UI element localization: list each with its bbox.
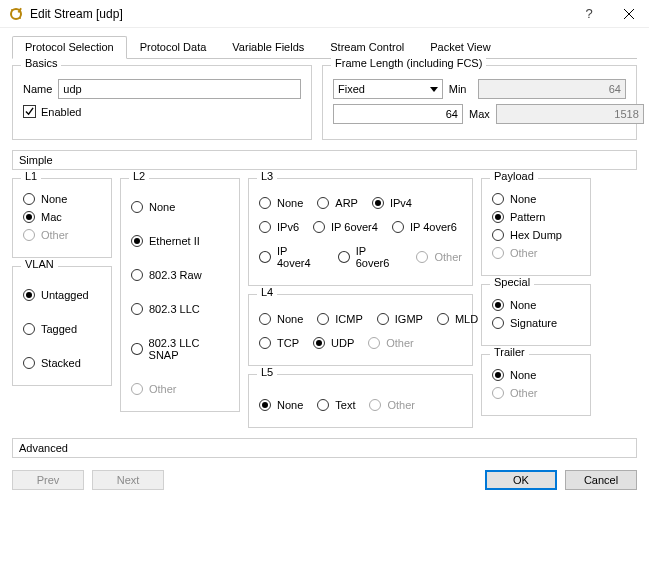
l3-ipv4[interactable]: IPv4: [372, 197, 412, 209]
close-button[interactable]: [609, 0, 649, 28]
chevron-down-icon: [430, 87, 438, 92]
ok-button[interactable]: OK: [485, 470, 557, 490]
l3-arp[interactable]: ARP: [317, 197, 358, 209]
section-advanced[interactable]: Advanced: [12, 438, 637, 458]
tab-protocol-data[interactable]: Protocol Data: [127, 36, 220, 59]
frame-length-mode-combo[interactable]: Fixed: [333, 79, 443, 99]
section-simple[interactable]: Simple: [12, 150, 637, 170]
l3-none[interactable]: None: [259, 197, 303, 209]
cancel-button[interactable]: Cancel: [565, 470, 637, 490]
l4-mld[interactable]: MLD: [437, 313, 478, 325]
l3-ip4over6[interactable]: IP 4over6: [392, 221, 457, 233]
group-l5: L5 None Text Other: [248, 374, 473, 428]
vlan-tagged[interactable]: Tagged: [23, 323, 101, 335]
vlan-stacked[interactable]: Stacked: [23, 357, 101, 369]
l1-none[interactable]: None: [23, 193, 101, 205]
name-input[interactable]: [58, 79, 301, 99]
help-button[interactable]: ?: [569, 0, 609, 28]
payload-none[interactable]: None: [492, 193, 580, 205]
titlebar: Edit Stream [udp] ?: [0, 0, 649, 28]
l3-other: Other: [416, 245, 462, 269]
next-button: Next: [92, 470, 164, 490]
special-none[interactable]: None: [492, 299, 580, 311]
app-icon: [8, 6, 24, 22]
l5-none[interactable]: None: [259, 399, 303, 411]
l2-8023llc[interactable]: 802.3 LLC: [131, 303, 229, 315]
payload-other: Other: [492, 247, 580, 259]
l4-udp[interactable]: UDP: [313, 337, 354, 349]
group-basics-legend: Basics: [21, 57, 61, 69]
tab-stream-control[interactable]: Stream Control: [317, 36, 417, 59]
l3-ip6over6[interactable]: IP 6over6: [338, 245, 403, 269]
special-signature[interactable]: Signature: [492, 317, 580, 329]
check-icon: [23, 105, 36, 118]
l1-other: Other: [23, 229, 101, 241]
tab-bar: Protocol Selection Protocol Data Variabl…: [12, 36, 637, 59]
max-label: Max: [469, 108, 490, 120]
l2-ethernet2[interactable]: Ethernet II: [131, 235, 229, 247]
group-basics: Basics Name Enabled: [12, 65, 312, 140]
min-input: [478, 79, 626, 99]
prev-button: Prev: [12, 470, 84, 490]
window-title: Edit Stream [udp]: [30, 7, 569, 21]
l3-ip6over4[interactable]: IP 6over4: [313, 221, 378, 233]
l4-tcp[interactable]: TCP: [259, 337, 299, 349]
group-frame-length-legend: Frame Length (including FCS): [331, 57, 486, 69]
group-l3: L3 None ARP IPv4 IPv6 IP 6over4 IP 4over…: [248, 178, 473, 286]
l5-text[interactable]: Text: [317, 399, 355, 411]
l4-other: Other: [368, 337, 414, 349]
group-l1: L1 None Mac Other: [12, 178, 112, 258]
svg-point-3: [19, 17, 21, 19]
l3-ipv6[interactable]: IPv6: [259, 221, 299, 233]
l2-8023llcsnap[interactable]: 802.3 LLC SNAP: [131, 337, 229, 361]
trailer-none[interactable]: None: [492, 369, 580, 381]
group-trailer: Trailer None Other: [481, 354, 591, 416]
vlan-untagged[interactable]: Untagged: [23, 289, 101, 301]
l2-none[interactable]: None: [131, 201, 229, 213]
group-special: Special None Signature: [481, 284, 591, 346]
group-frame-length: Frame Length (including FCS) Fixed Min M…: [322, 65, 637, 140]
l4-icmp[interactable]: ICMP: [317, 313, 363, 325]
l5-other: Other: [369, 399, 415, 411]
group-vlan: VLAN Untagged Tagged Stacked: [12, 266, 112, 386]
enabled-checkbox[interactable]: Enabled: [23, 105, 301, 118]
group-l4: L4 None ICMP IGMP MLD TCP UDP Other: [248, 294, 473, 366]
frame-length-value-input[interactable]: [333, 104, 463, 124]
l4-none[interactable]: None: [259, 313, 303, 325]
l2-other: Other: [131, 383, 229, 395]
l4-igmp[interactable]: IGMP: [377, 313, 423, 325]
payload-hexdump[interactable]: Hex Dump: [492, 229, 580, 241]
l1-mac[interactable]: Mac: [23, 211, 101, 223]
tab-variable-fields[interactable]: Variable Fields: [219, 36, 317, 59]
tab-packet-view[interactable]: Packet View: [417, 36, 503, 59]
trailer-other: Other: [492, 387, 580, 399]
payload-pattern[interactable]: Pattern: [492, 211, 580, 223]
max-input: [496, 104, 644, 124]
svg-point-2: [11, 9, 13, 11]
group-l2: L2 None Ethernet II 802.3 Raw 802.3 LLC …: [120, 178, 240, 412]
name-label: Name: [23, 83, 52, 95]
l3-ip4over4[interactable]: IP 4over4: [259, 245, 324, 269]
group-payload: Payload None Pattern Hex Dump Other: [481, 178, 591, 276]
l2-8023raw[interactable]: 802.3 Raw: [131, 269, 229, 281]
tab-protocol-selection[interactable]: Protocol Selection: [12, 36, 127, 59]
min-label: Min: [449, 83, 472, 95]
